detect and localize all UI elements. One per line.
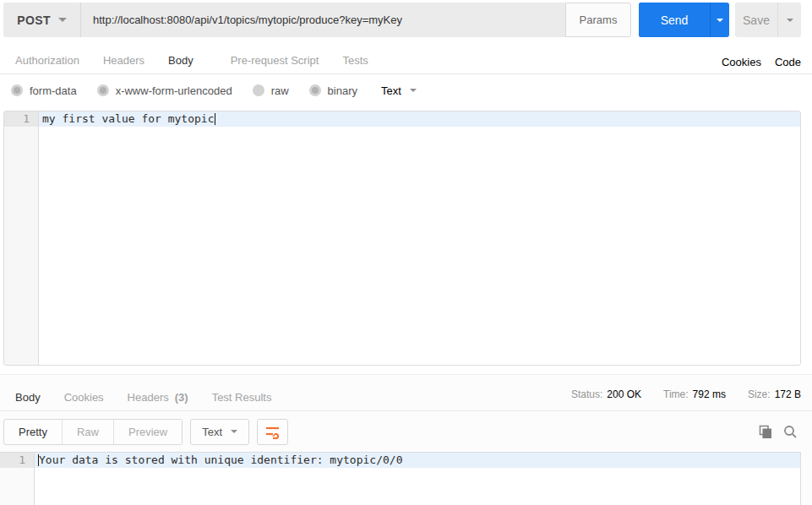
copy-icon (759, 425, 772, 439)
time-label: Time: (663, 388, 689, 400)
response-type-dropdown[interactable]: Text (190, 419, 249, 445)
url-group: POST (3, 3, 565, 37)
tab-body[interactable]: Body (156, 47, 219, 73)
radio-form-data[interactable]: form-data (11, 84, 77, 97)
url-input[interactable] (81, 3, 565, 37)
radio-form-data-label: form-data (30, 84, 77, 97)
size-value: 172 B (775, 388, 801, 400)
response-view-switch: Pretty Raw Preview (3, 419, 183, 445)
tab-body-label: Body (168, 50, 193, 72)
response-tab-headers[interactable]: Headers (3) (116, 384, 200, 410)
raw-type-dropdown[interactable]: Text (381, 84, 417, 97)
radio-icon (97, 84, 109, 96)
response-meta: Status:200 OK Time:792 ms Size:172 B (571, 388, 801, 400)
response-toolbar-right (759, 425, 798, 439)
line-number: 1 (0, 453, 35, 468)
chevron-down-icon (787, 19, 793, 22)
send-split-button: Send (639, 3, 729, 37)
wrap-text-button[interactable] (257, 419, 288, 445)
response-tab-body[interactable]: Body (3, 384, 52, 410)
search-icon (783, 425, 798, 439)
request-tabs: Authorization Headers Body Pre-request S… (0, 37, 812, 74)
chevron-down-icon (231, 430, 237, 433)
code-link[interactable]: Code (775, 56, 801, 68)
save-options-button[interactable] (777, 3, 801, 37)
save-split-button: Save (735, 3, 801, 37)
radio-binary[interactable]: binary (309, 84, 357, 97)
chevron-down-icon (410, 89, 417, 92)
search-response-button[interactable] (783, 425, 798, 439)
status-label: Status: (571, 388, 602, 400)
editor-line-1: 1 my first value for mytopic (4, 111, 800, 127)
headers-count-badge: (3) (175, 387, 188, 409)
body-set-indicator-dot (199, 57, 207, 64)
tab-headers[interactable]: Headers (91, 47, 156, 73)
response-section: Body Cookies Headers (3) Test Results St… (0, 374, 812, 505)
radio-selected-icon (253, 84, 264, 96)
tab-pre-request-script[interactable]: Pre-request Script (219, 47, 331, 73)
send-button[interactable]: Send (639, 3, 710, 37)
response-tab-test-results[interactable]: Test Results (200, 384, 284, 410)
size-label: Size: (748, 388, 771, 400)
wrap-text-icon (264, 425, 281, 439)
send-options-button[interactable] (710, 3, 729, 37)
view-pretty-button[interactable]: Pretty (4, 420, 62, 444)
response-type-label: Text (202, 426, 222, 438)
line-text: my first value for mytopic (39, 111, 800, 127)
request-url-bar: POST Params Send Save (3, 3, 801, 37)
line-number: 1 (4, 111, 39, 127)
editor-gutter (4, 111, 39, 365)
view-raw-button[interactable]: Raw (62, 420, 113, 444)
cookies-link[interactable]: Cookies (722, 56, 761, 68)
text-cursor (215, 113, 215, 125)
time-value: 792 ms (693, 388, 726, 400)
radio-x-www-form-urlencoded-label: x-www-form-urlencoded (116, 84, 232, 97)
radio-icon (11, 84, 23, 96)
radio-icon (309, 84, 321, 96)
radio-binary-label: binary (328, 84, 357, 97)
response-tabs: Body Cookies Headers (3) Test Results St… (0, 375, 812, 411)
save-button[interactable]: Save (735, 3, 777, 37)
status-value: 200 OK (607, 388, 641, 400)
tabs-right-links: Cookies Code (722, 56, 801, 68)
body-type-options: form-data x-www-form-urlencoded raw bina… (0, 74, 812, 106)
response-line-1: 1 Your data is stored with unique identi… (0, 453, 800, 468)
raw-type-label: Text (381, 84, 401, 97)
request-body-editor[interactable]: 1 my first value for mytopic (3, 111, 801, 366)
chevron-down-icon (58, 18, 67, 22)
response-toolbar: Pretty Raw Preview Text (0, 411, 812, 452)
copy-response-button[interactable] (759, 425, 772, 439)
radio-x-www-form-urlencoded[interactable]: x-www-form-urlencoded (97, 84, 232, 97)
line-text: Your data is stored with unique identifi… (35, 453, 800, 468)
view-preview-button[interactable]: Preview (113, 420, 182, 444)
response-tab-headers-label: Headers (128, 387, 169, 409)
radio-raw-label: raw (271, 84, 289, 97)
method-select[interactable]: POST (3, 3, 81, 37)
radio-raw[interactable]: raw (253, 84, 289, 97)
tab-tests[interactable]: Tests (330, 47, 379, 73)
response-body-editor[interactable]: 1 Your data is stored with unique identi… (0, 452, 801, 505)
chevron-down-icon (717, 19, 723, 22)
response-tab-cookies[interactable]: Cookies (52, 384, 116, 410)
tab-authorization[interactable]: Authorization (3, 47, 91, 73)
method-label: POST (17, 14, 51, 27)
params-button[interactable]: Params (565, 3, 631, 37)
